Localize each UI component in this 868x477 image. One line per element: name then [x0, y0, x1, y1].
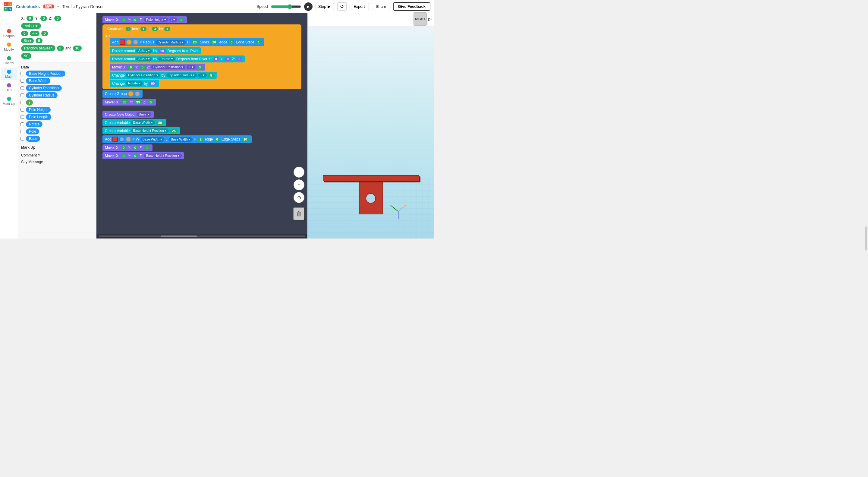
- sidebar-item-math[interactable]: Math: [1, 68, 17, 80]
- move-base1-block[interactable]: Move: X: 0 Y: 0 Z: 1: [102, 144, 153, 151]
- count-to[interactable]: 3: [152, 27, 158, 31]
- rot-z-z[interactable]: 0: [236, 57, 242, 61]
- sidebar-item-markup[interactable]: Mark Up: [1, 95, 17, 107]
- markup-comment[interactable]: Comment //: [21, 152, 93, 158]
- change-op-dd[interactable]: + ▾: [198, 73, 207, 78]
- random-from[interactable]: 0: [57, 46, 64, 51]
- view-cube-right[interactable]: RIGHT: [413, 12, 427, 26]
- group-shape1[interactable]: [128, 91, 133, 96]
- rotate-var-dd[interactable]: Rotate ▾: [158, 57, 175, 61]
- random-button[interactable]: Random between: [21, 45, 56, 51]
- base-dd[interactable]: Base ▾: [136, 112, 151, 117]
- base-width-val[interactable]: 80: [156, 121, 164, 125]
- project-name[interactable]: Terrific Fyyran-Densor: [62, 4, 253, 9]
- move-cyl-y[interactable]: 0: [140, 65, 146, 69]
- checkbox-cylinder-radius[interactable]: [21, 93, 24, 97]
- badge-base[interactable]: Base: [26, 136, 40, 142]
- rotate-z-block[interactable]: Rotate around Axis z ▾ by Rotate ▾ Degre…: [110, 56, 245, 62]
- base-height-pos-dd[interactable]: Base Height Position ▾: [144, 153, 182, 158]
- move-group-block[interactable]: Move: X: 33 Y: 33 Z: 0: [102, 99, 156, 106]
- z-value[interactable]: 0: [54, 16, 61, 21]
- create-obj-block[interactable]: Create New Object Base ▾: [102, 111, 154, 118]
- base-height-val[interactable]: 25: [170, 129, 178, 133]
- change-cyl-pos-block[interactable]: Change Cylinder Posisition ▾ by Cylinder…: [110, 72, 217, 79]
- viewport-3d[interactable]: [308, 27, 434, 239]
- view-cube-container[interactable]: RIGHT ▷: [413, 12, 432, 27]
- cyl-op-dd[interactable]: + ▾: [187, 65, 195, 69]
- badge-pole-height[interactable]: Pole Height: [26, 107, 51, 113]
- move-base2-block[interactable]: Move: X: 0 Y: 0 Z: Base Height Position …: [102, 152, 184, 159]
- add-base-shape1[interactable]: [113, 137, 118, 142]
- checkbox-base[interactable]: [21, 137, 24, 141]
- sin-button[interactable]: Sin ▾: [21, 38, 34, 43]
- badge-pole[interactable]: Pole: [26, 128, 39, 135]
- move-base1-y[interactable]: 0: [132, 146, 138, 150]
- move-block-1[interactable]: Move: X: 0 Y: 0 Z: Pole Height ▾ / ▾ 2: [102, 16, 187, 23]
- move-base2-x[interactable]: 0: [121, 154, 127, 158]
- y-value[interactable]: 0: [40, 16, 47, 21]
- change-rotate-block[interactable]: Change Rotate ▾ by 90: [110, 80, 159, 87]
- trash-button[interactable]: 🗑: [293, 207, 305, 220]
- rot-z-x[interactable]: 0: [213, 57, 219, 61]
- rotate-y-block[interactable]: Rotate around Axis y ▾ by 90 Degrees fro…: [110, 47, 201, 54]
- badge-rotate[interactable]: Rotate: [26, 121, 42, 127]
- play-button[interactable]: ▶: [304, 2, 313, 11]
- add-base-block[interactable]: Add < W Base Width ▾ L Base Width ▾ H 2 …: [102, 136, 252, 143]
- cyl-pos-val[interactable]: 3: [197, 65, 203, 69]
- checkbox-pole-height[interactable]: [21, 108, 24, 112]
- add-base-shape3[interactable]: [126, 137, 131, 142]
- axis-z-dd[interactable]: Axis z ▾: [136, 57, 152, 61]
- speed-slider[interactable]: [271, 4, 301, 9]
- h-base-val[interactable]: 2: [198, 137, 204, 141]
- checkbox-i[interactable]: [21, 101, 24, 104]
- export-button[interactable]: Export: [350, 3, 369, 10]
- count-var[interactable]: i: [126, 27, 131, 31]
- checkbox-pole-length[interactable]: [21, 115, 24, 119]
- pole-height-dropdown[interactable]: Pole Height ▾: [144, 18, 168, 22]
- count-from[interactable]: 1: [141, 27, 147, 31]
- add-shape1[interactable]: [120, 39, 125, 45]
- badge-cylinder-radius[interactable]: Cylinder Radius: [26, 92, 58, 98]
- change-cyl-val[interactable]: 5: [208, 73, 214, 78]
- move-cyl-block[interactable]: Move: X: 0 Y: 0 Z: Cylinder Posisition ▾…: [110, 64, 205, 70]
- count-with-block[interactable]: Count with i from 1 to 3 by 1: [105, 26, 173, 32]
- cylinder-radius-dd[interactable]: Cylinder Radius ▾: [156, 40, 186, 44]
- code-canvas-area[interactable]: Move: X: 0 Y: 0 Z: Pole Height ▾ / ▾ 2: [96, 13, 307, 239]
- zoom-in-button[interactable]: +: [293, 167, 304, 178]
- math-val1[interactable]: 0: [21, 31, 28, 36]
- x-value[interactable]: 0: [27, 16, 33, 21]
- sidebar-item-shapes[interactable]: Shapes: [1, 27, 17, 39]
- move-base1-x[interactable]: 0: [121, 146, 127, 150]
- add-shape2[interactable]: [126, 39, 132, 45]
- move-x-1[interactable]: 0: [121, 18, 127, 22]
- group-shape2[interactable]: [135, 91, 140, 96]
- rotate-change-dd[interactable]: Rotate ▾: [126, 81, 143, 86]
- forward-button[interactable]: →: [10, 17, 18, 25]
- checkbox-pole[interactable]: [21, 130, 24, 133]
- divide-val[interactable]: 2: [179, 18, 184, 22]
- create-var-height-block[interactable]: Create Variable Base Height Position ▾ 2…: [102, 127, 180, 134]
- create-var-width-block[interactable]: Create Variable Base Width ▾ 80: [102, 119, 166, 126]
- markup-say[interactable]: Say Message: [21, 158, 93, 165]
- sidebar-item-data[interactable]: Data: [1, 81, 17, 94]
- axis-button[interactable]: Axis x ▾: [21, 23, 41, 29]
- sidebar-item-modify[interactable]: Modify: [1, 41, 17, 53]
- checkbox-rotate[interactable]: [21, 122, 24, 126]
- move-base2-y[interactable]: 0: [132, 154, 138, 158]
- random-to[interactable]: 10: [73, 46, 82, 51]
- base-width-l-dd[interactable]: Base Width ▾: [169, 137, 193, 142]
- cyl-pos-dd[interactable]: Cylinder Posisition ▾: [151, 65, 186, 69]
- add-shape3[interactable]: [133, 39, 138, 45]
- cyl-radius-dd[interactable]: Cylinder Radius ▾: [166, 73, 197, 78]
- add-block[interactable]: Add < Radius Cylinder Radius ▾ H 20 Side…: [110, 38, 264, 46]
- math-val2[interactable]: 0: [41, 31, 48, 36]
- reset-button[interactable]: ↺: [337, 2, 347, 10]
- edge-val[interactable]: 0: [228, 40, 235, 44]
- sides-val[interactable]: 20: [210, 40, 218, 44]
- checkbox-base-height[interactable]: [21, 72, 24, 76]
- edge-steps-base-val[interactable]: 10: [241, 137, 249, 141]
- move-y-1[interactable]: 0: [132, 18, 138, 22]
- zoom-out-button[interactable]: −: [293, 179, 304, 190]
- count-by[interactable]: 1: [164, 27, 170, 31]
- add-base-shape2[interactable]: [119, 137, 124, 142]
